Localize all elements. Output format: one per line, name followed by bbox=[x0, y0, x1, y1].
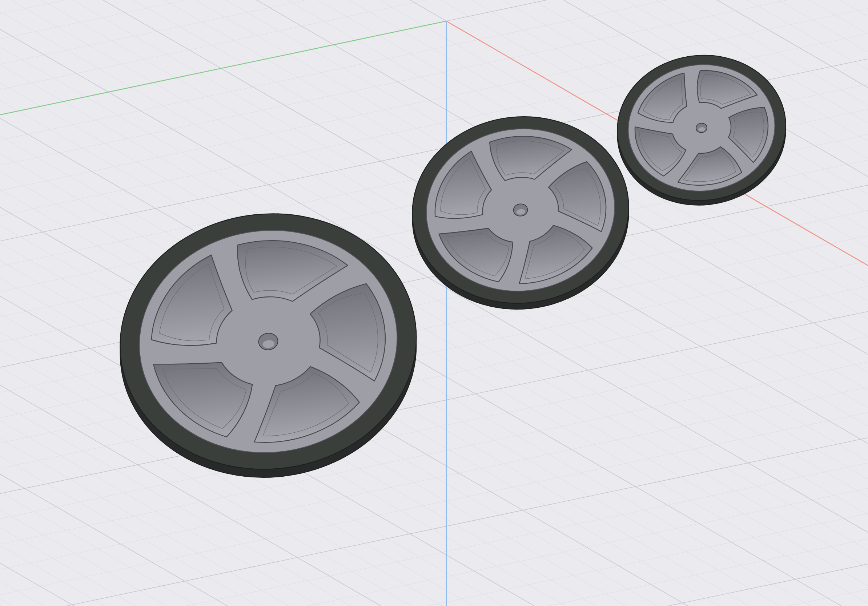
cad-viewport[interactable] bbox=[0, 0, 868, 606]
wheel-models bbox=[108, 47, 793, 492]
wheel-medium[interactable] bbox=[403, 106, 638, 314]
grid-line-minor bbox=[215, 460, 868, 606]
viewport-canvas[interactable] bbox=[0, 0, 868, 606]
wheel-large[interactable] bbox=[108, 199, 429, 484]
grid-line-minor bbox=[0, 0, 732, 202]
wheel-small[interactable] bbox=[610, 47, 793, 209]
